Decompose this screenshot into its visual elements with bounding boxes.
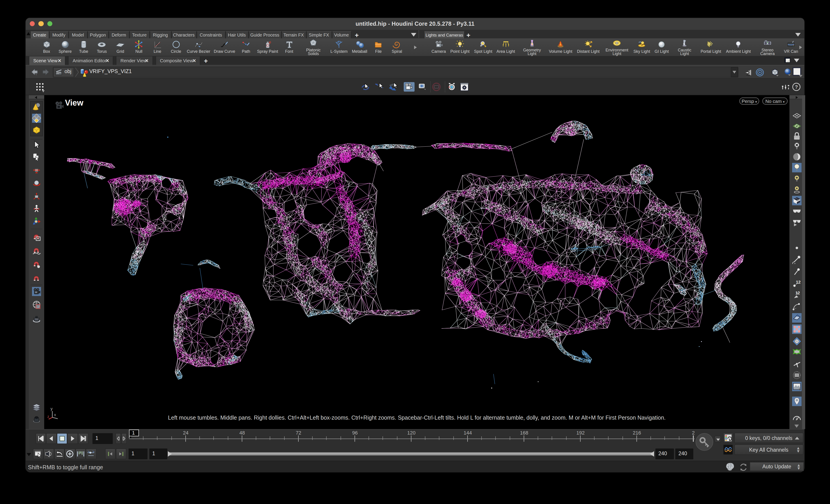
svg-text:?: ?	[795, 84, 798, 90]
svg-text:i: i	[796, 417, 797, 421]
svg-text:z: z	[47, 415, 49, 418]
svg-text:y: y	[51, 407, 53, 411]
svg-text:12: 12	[796, 280, 801, 284]
svg-text:22x: 22x	[35, 318, 38, 320]
svg-text:x: x	[54, 413, 56, 417]
